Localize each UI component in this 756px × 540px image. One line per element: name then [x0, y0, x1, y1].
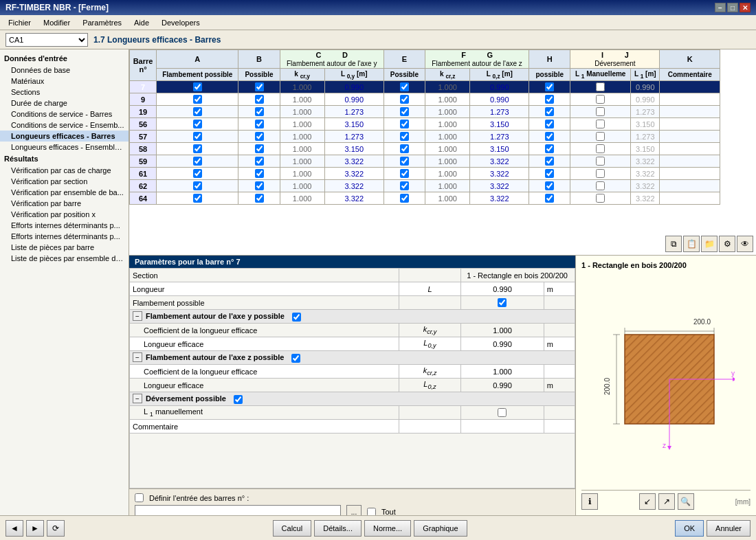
sidebar-item-longueurs-barres[interactable]: Longueurs efficaces - Barres [0, 131, 129, 142]
sidebar-item-verif-position[interactable]: Vérification par position x [0, 209, 129, 220]
table-view-btn[interactable]: 👁 [737, 236, 753, 252]
table-row[interactable]: 571.0001.2731.0001.2731.273 [130, 131, 720, 143]
sidebar-item-verif-barre[interactable]: Vérification par barre [0, 198, 129, 209]
bar-input-btn[interactable]: ... [346, 505, 362, 515]
minimize-button[interactable]: − [715, 3, 726, 12]
param-label-section: Section [130, 269, 399, 282]
param-label-long-z: Longueur efficace [130, 379, 399, 392]
menu-aide[interactable]: Aide [129, 17, 155, 28]
col-G-sub: L 0,z [m] [470, 69, 529, 81]
param-label-commentaire: Commentaire [130, 420, 399, 434]
param-label-long-y: Longueur efficace [130, 337, 399, 351]
expand-flamb-y-btn[interactable]: − [133, 311, 142, 321]
col-B-sub: Possible [238, 69, 280, 81]
sidebar-item-verif-section[interactable]: Vérification par section [0, 176, 129, 187]
col-F-sub: k cr,z [425, 69, 470, 81]
close-button[interactable]: ✕ [740, 3, 751, 12]
col-D-sub: L 0,y [m] [324, 69, 383, 81]
expand-flamb-z-btn[interactable]: − [133, 352, 142, 362]
menu-developers[interactable]: Developers [156, 17, 205, 28]
col-E-sub: Possible [383, 69, 425, 81]
param-label-longueur: Longueur [130, 282, 399, 296]
param-row-longueur: Longueur L 0.990 m [130, 282, 575, 296]
sidebar-item-longueurs-ensemble[interactable]: Longueurs efficaces - Ensemble... [0, 142, 129, 153]
table-settings-btn[interactable]: ⚙ [719, 236, 735, 252]
nav-refresh-btn[interactable]: ⟳ [47, 520, 65, 537]
menu-parametres[interactable]: Paramètres [77, 17, 127, 28]
table-row[interactable]: 561.0003.1501.0003.1503.150 [130, 118, 720, 131]
param-sym-section [399, 269, 460, 282]
table-row[interactable]: 641.0003.3221.0003.3223.322 [130, 192, 720, 205]
table-copy-btn[interactable]: ⧉ [665, 236, 682, 252]
table-import-btn[interactable]: 📁 [701, 236, 718, 252]
param-row-long-y: Longueur efficace L0,y 0.990 m [130, 337, 575, 351]
param-unit-long-z: m [544, 379, 575, 392]
toolbar: CA1 1.7 Longueurs efficaces - Barres [0, 30, 756, 49]
sidebar-item-conditions-ensemble[interactable]: Conditions de service - Ensemb... [0, 120, 129, 131]
table-row[interactable]: 581.0003.1501.0003.1503.150 [130, 143, 720, 155]
section-load-btn[interactable]: ↗ [658, 493, 675, 510]
section-preview-title: 1 - Rectangle en bois 200/200 [581, 261, 687, 269]
section-info-btn[interactable]: ℹ [581, 493, 598, 510]
define-bar-checkbox[interactable] [135, 493, 144, 502]
col-C-sub: k cr,y [280, 69, 324, 81]
sidebar-item-efforts-2[interactable]: Efforts internes déterminants p... [0, 231, 129, 242]
section-save-btn[interactable]: ↙ [639, 493, 656, 510]
sidebar-item-conditions-barres[interactable]: Conditions de service - Barres [0, 109, 129, 120]
sidebar-item-sections[interactable]: Sections [0, 87, 129, 98]
param-unit-commentaire [544, 420, 575, 434]
param-row-commentaire: Commentaire [130, 420, 575, 434]
expand-deversement-btn[interactable]: − [133, 394, 142, 403]
graphique-button[interactable]: Graphique [414, 520, 467, 537]
title-bar: RF-TIMBER NBR - [Ferme] − □ ✕ [0, 0, 756, 15]
table-row[interactable]: 191.0001.2731.0001.2731.273 [130, 106, 720, 118]
param-label-deversement: − Déversement possible [130, 392, 575, 406]
param-row-coeff-z: Coefficient de la longueur efficace kcr,… [130, 365, 575, 379]
calcul-button[interactable]: Calcul [273, 520, 312, 537]
table-row[interactable]: 611.0003.3221.0003.3223.322 [130, 168, 720, 180]
z-axis-label: z [663, 442, 666, 449]
bar-input-row: ... Tout [135, 505, 570, 515]
sidebar-item-liste-ensemble[interactable]: Liste de pièces par ensemble de... [0, 253, 129, 264]
param-label-coeff-z: Coefficient de la longueur efficace [130, 365, 399, 379]
all-checkbox[interactable] [367, 508, 376, 516]
annuler-button[interactable]: Annuler [707, 520, 751, 537]
sidebar-item-verif-cas[interactable]: Vérification par cas de charge [0, 165, 129, 176]
table-row[interactable]: 621.0003.3221.0003.3223.322 [130, 180, 720, 192]
norme-button[interactable]: Norme... [364, 520, 411, 537]
sidebar-item-liste-barre[interactable]: Liste de pièces par barre [0, 242, 129, 253]
params-title: Paramètres pour la barre n° 7 [129, 256, 575, 268]
section-zoom-btn[interactable]: 🔍 [678, 493, 694, 510]
bar-number-input[interactable] [135, 505, 341, 515]
table-row[interactable]: 91.0000.9901.0000.9900.990 [130, 93, 720, 106]
nav-forward-btn[interactable]: ► [26, 520, 44, 537]
sidebar-item-duree[interactable]: Durée de charge [0, 98, 129, 109]
sidebar-item-materiaux[interactable]: Matériaux [0, 76, 129, 87]
params-panel: Paramètres pour la barre n° 7 Section 1 … [129, 256, 576, 515]
param-row-flamb-poss: Flambement possible [130, 296, 575, 310]
ca-dropdown[interactable]: CA1 [5, 33, 88, 47]
table-area[interactable]: Barren° A B C DFlambement autour de l'ax… [129, 49, 756, 256]
params-footer: Définir l'entrée des barres n° : ... Tou… [129, 488, 575, 515]
sidebar-item-donnees-base[interactable]: Données de base [0, 65, 129, 76]
menu-fichier[interactable]: Fichier [3, 17, 36, 28]
details-button[interactable]: Détails... [314, 520, 362, 537]
col-CD-header: C DFlambement autour de l'axe y [280, 50, 383, 69]
maximize-button[interactable]: □ [727, 3, 738, 12]
col-IJ-header: I JDéversement [570, 50, 660, 69]
section-svg: 200.0 [597, 307, 735, 458]
sidebar-item-verif-ensemble[interactable]: Vérification par ensemble de ba... [0, 187, 129, 198]
sidebar-item-efforts-1[interactable]: Efforts internes déterminants p... [0, 220, 129, 231]
param-val-l1[interactable] [461, 406, 544, 420]
ok-button[interactable]: OK [675, 520, 704, 537]
window-controls: − □ ✕ [715, 3, 751, 12]
table-row[interactable]: 71.0000.9901.0000.9900.990 [130, 81, 720, 93]
nav-back-btn[interactable]: ◄ [5, 520, 23, 537]
bottom-right-buttons: OK Annuler [675, 520, 751, 537]
table-row[interactable]: 591.0003.3221.0003.3223.322 [130, 155, 720, 168]
param-val-flamb-poss[interactable] [461, 296, 544, 310]
col-FG-header: F GFlambement autour de l'axe z [425, 50, 529, 69]
param-sym-longueur: L [399, 282, 460, 296]
table-export-btn[interactable]: 📋 [683, 236, 700, 252]
menu-modifier[interactable]: Modifier [38, 17, 76, 28]
